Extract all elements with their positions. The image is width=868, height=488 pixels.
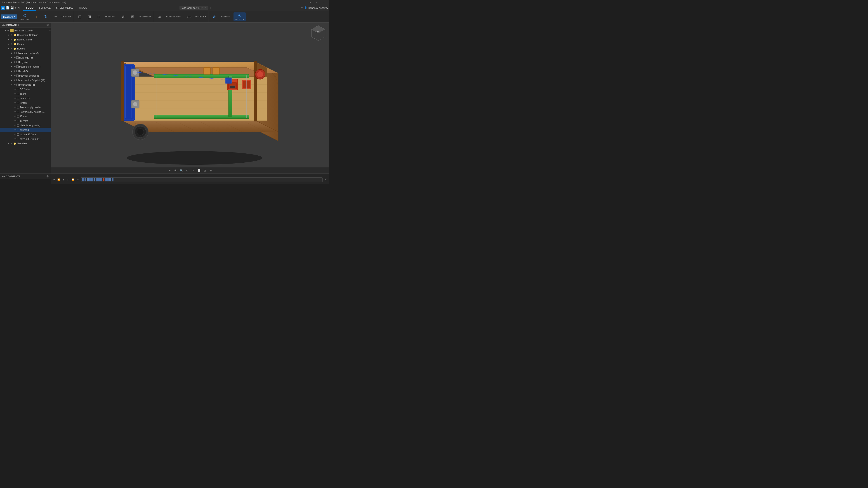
- tree-item-nozzle[interactable]: 👁 nozzle 38.1mm: [0, 132, 51, 137]
- body-boards-arrow[interactable]: [10, 74, 13, 77]
- co2-eye[interactable]: 👁: [13, 88, 17, 91]
- tree-item-117mm[interactable]: 👁 117mm: [0, 119, 51, 123]
- power1-eye[interactable]: 👁: [13, 110, 17, 113]
- timeline-feature[interactable]: [100, 178, 102, 182]
- aluminu-eye[interactable]: 👁: [13, 52, 16, 55]
- 117mm-eye[interactable]: 👁: [13, 119, 17, 123]
- inspect-btn1[interactable]: ⟷: [184, 13, 193, 20]
- views-eye[interactable]: 👁: [10, 38, 13, 41]
- account-icon[interactable]: 👤: [304, 6, 307, 9]
- tree-item-origin[interactable]: 👁 📁 Origin: [0, 42, 51, 46]
- tab-close-icon[interactable]: ×: [204, 6, 206, 9]
- bodies-arrow[interactable]: [7, 47, 10, 50]
- tree-item-nozzle1[interactable]: 👁 nozzle 38.1mm (1): [0, 137, 51, 141]
- tree-item-co2[interactable]: 👁 CO2 tube: [0, 87, 51, 92]
- tree-item-power-supply[interactable]: 👁 Power suply holder: [0, 105, 51, 109]
- timeline-settings-btn[interactable]: ⚙: [324, 177, 328, 182]
- timeline-track[interactable]: [81, 177, 322, 182]
- browser-collapse-icon[interactable]: ◀◀: [2, 24, 5, 26]
- bearings-arrow[interactable]: [10, 56, 13, 59]
- beam-eye[interactable]: 👁: [13, 92, 17, 95]
- doc-eye[interactable]: 👁: [10, 33, 13, 37]
- design-dropdown[interactable]: DESIGN ▾: [1, 14, 17, 19]
- timeline-feature[interactable]: [94, 178, 95, 182]
- tor-fan-eye[interactable]: 👁: [13, 101, 17, 104]
- plate-eye[interactable]: 👁: [13, 124, 17, 127]
- mechanics-eye[interactable]: 👁: [13, 83, 16, 86]
- origin-eye[interactable]: 👁: [10, 42, 13, 46]
- tree-item-plate[interactable]: 👁 plate for engraving: [0, 123, 51, 128]
- tab-sheet-metal[interactable]: SHEET METAL: [53, 5, 76, 11]
- tree-item-bearings[interactable]: 👁 Bearings (3): [0, 55, 51, 60]
- comments-collapse-icon[interactable]: ◀◀: [2, 175, 5, 177]
- timeline-prev-btn[interactable]: ⏪: [57, 177, 61, 182]
- create-more-button[interactable]: ⋯: [51, 13, 60, 20]
- app-menu-icon[interactable]: ⊞: [1, 6, 5, 10]
- timeline-feature[interactable]: [87, 178, 89, 182]
- mechanics-3d-arrow[interactable]: [10, 79, 13, 82]
- timeline-feature[interactable]: [89, 178, 91, 182]
- display-settings-btn[interactable]: ⬜: [196, 168, 202, 173]
- tree-item-aluminu[interactable]: 👁 Aluminu profile (5): [0, 51, 51, 55]
- comments-settings-icon[interactable]: ⚙: [46, 175, 49, 178]
- extrude-button[interactable]: ↑: [32, 13, 41, 20]
- tree-item-beam[interactable]: 👁 beam: [0, 92, 51, 96]
- timeline-feature[interactable]: [85, 178, 86, 182]
- timeline-feature[interactable]: [91, 178, 93, 182]
- timeline-feature[interactable]: [107, 178, 109, 182]
- timeline-feature[interactable]: [105, 178, 107, 182]
- modify-btn1[interactable]: ◫: [75, 13, 84, 20]
- origin-arrow[interactable]: [7, 43, 10, 45]
- insert-dropdown-button[interactable]: INSERT ▾: [219, 15, 231, 18]
- construct-dropdown-button[interactable]: CONSTRUCT ▾: [165, 15, 182, 18]
- inspect-dropdown-button[interactable]: INSPECT ▾: [194, 15, 207, 18]
- orbit-mode-btn[interactable]: ⊕: [167, 168, 172, 173]
- nozzle-eye[interactable]: 👁: [13, 133, 17, 136]
- new-tab-button[interactable]: +: [209, 6, 211, 10]
- close-button[interactable]: ×: [320, 0, 327, 5]
- assemble-dropdown-button[interactable]: ASSEMBLE ▾: [137, 15, 153, 18]
- power-eye[interactable]: 👁: [13, 106, 17, 109]
- nozzle1-eye[interactable]: 👁: [13, 137, 17, 140]
- revolve-button[interactable]: ↻: [41, 13, 51, 20]
- timeline-next-btn[interactable]: ⏩: [71, 177, 75, 182]
- create-dropdown-button[interactable]: CREATE ▾: [60, 15, 73, 18]
- tab-tools[interactable]: TOOLS: [76, 5, 90, 11]
- timeline-first-btn[interactable]: ⏮: [52, 177, 56, 182]
- beam1-eye[interactable]: 👁: [13, 97, 17, 100]
- minimize-button[interactable]: −: [307, 0, 314, 5]
- head-arrow[interactable]: [10, 70, 13, 72]
- undo-button[interactable]: ↩: [15, 6, 17, 9]
- tree-item-legs[interactable]: 👁 Legs (4): [0, 60, 51, 64]
- tab-surface[interactable]: SURFACE: [36, 5, 53, 11]
- tree-item-mechanics[interactable]: 👁 mechanics (4): [0, 83, 51, 87]
- 15mm-eye[interactable]: 👁: [13, 115, 17, 118]
- tree-item-head[interactable]: 👁 head (5): [0, 69, 51, 73]
- save-icon[interactable]: 💾: [10, 6, 14, 9]
- construct-btn1[interactable]: ▱: [155, 13, 164, 20]
- modify-btn2[interactable]: ◨: [85, 13, 94, 20]
- tree-item-bearings-rod[interactable]: 👁 bearings for rod (8): [0, 64, 51, 69]
- browser-settings-icon[interactable]: ⚙: [46, 24, 49, 27]
- grid-btn[interactable]: ⊞: [208, 168, 213, 173]
- assemble-btn2[interactable]: ⊞: [128, 13, 137, 20]
- root-arrow[interactable]: [4, 29, 7, 32]
- tree-item-root[interactable]: 👁 cnc laser co2 v24 ⚙: [0, 28, 51, 33]
- insert-btn1[interactable]: ⊕: [210, 13, 219, 20]
- pan-mode-btn[interactable]: ✥: [173, 168, 178, 173]
- select-btn[interactable]: ↖ SELECT ▾: [234, 12, 246, 21]
- tree-item-15mm[interactable]: 👁 15mm: [0, 114, 51, 119]
- legs-arrow[interactable]: [10, 61, 13, 64]
- timeline-last-btn[interactable]: ⏭: [75, 177, 80, 182]
- views-arrow[interactable]: [7, 38, 10, 41]
- tree-item-body-boards[interactable]: 👁 body for boards (5): [0, 73, 51, 78]
- body-boards-eye[interactable]: 👁: [13, 74, 16, 77]
- legs-eye[interactable]: 👁: [13, 61, 16, 64]
- head-eye[interactable]: 👁: [13, 70, 16, 73]
- tree-item-beam1[interactable]: 👁 beam (1): [0, 96, 51, 101]
- tree-item-bodies[interactable]: 👁 📁 Bodies: [0, 46, 51, 51]
- root-eye[interactable]: 👁: [7, 29, 10, 32]
- timeline-feature[interactable]: [103, 178, 104, 182]
- tree-item-tor-fan[interactable]: 👁 tor fan: [0, 101, 51, 105]
- aluminu-arrow[interactable]: [10, 52, 13, 55]
